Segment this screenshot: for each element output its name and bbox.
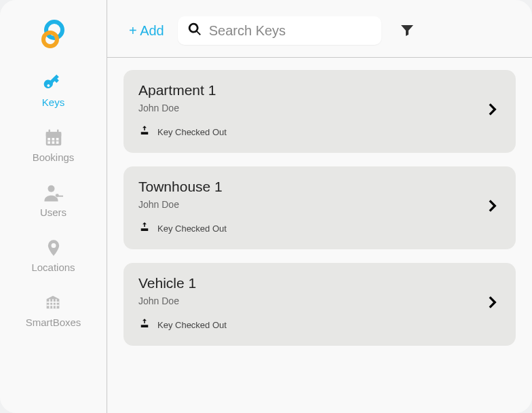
svg-point-1 — [43, 33, 57, 46]
search-box[interactable] — [178, 16, 381, 45]
sidebar-item-label: SmartBoxes — [26, 317, 81, 328]
svg-rect-10 — [52, 141, 54, 144]
key-status: Key Checked Out — [138, 124, 483, 139]
key-card-content: Townhouse 1 John Doe Key Checked Out — [138, 179, 483, 236]
key-list: Apartment 1 John Doe Key Checked Out — [107, 58, 532, 358]
key-card[interactable]: Vehicle 1 John Doe Key Checked Out — [124, 263, 516, 346]
checkout-icon — [138, 124, 151, 139]
sidebar-item-bookings[interactable]: Bookings — [33, 127, 75, 163]
key-title: Apartment 1 — [138, 82, 483, 98]
key-status-text: Key Checked Out — [157, 127, 227, 137]
key-status-text: Key Checked Out — [157, 223, 227, 234]
filter-icon — [399, 30, 415, 40]
svg-rect-5 — [57, 130, 59, 134]
svg-rect-8 — [56, 138, 58, 141]
user-key-icon — [42, 182, 64, 204]
sidebar: Keys Bookings — [0, 0, 107, 413]
app-logo — [38, 19, 69, 50]
sidebar-item-keys[interactable]: Keys — [42, 72, 64, 108]
key-title: Vehicle 1 — [138, 275, 483, 291]
sidebar-item-users[interactable]: Users — [40, 182, 66, 218]
chevron-right-icon — [483, 101, 501, 121]
sidebar-item-smartboxes[interactable]: SmartBoxes — [26, 292, 81, 328]
main-panel: + Add Apartment 1 — [107, 0, 532, 413]
svg-rect-7 — [52, 138, 54, 141]
sidebar-item-label: Bookings — [33, 151, 75, 163]
key-owner: John Doe — [138, 199, 483, 210]
key-owner: John Doe — [138, 295, 483, 306]
key-card[interactable]: Apartment 1 John Doe Key Checked Out — [124, 70, 516, 153]
grid-box-icon — [42, 292, 64, 314]
svg-point-12 — [48, 185, 55, 192]
svg-rect-14 — [58, 196, 64, 197]
sidebar-item-locations[interactable]: Locations — [31, 237, 75, 273]
svg-rect-11 — [56, 141, 58, 144]
key-card-content: Apartment 1 John Doe Key Checked Out — [138, 82, 483, 139]
svg-rect-9 — [48, 141, 50, 144]
key-status: Key Checked Out — [138, 221, 483, 236]
key-card-content: Vehicle 1 John Doe Key Checked Out — [138, 275, 483, 332]
checkout-icon — [138, 317, 151, 332]
add-button[interactable]: + Add — [124, 20, 170, 41]
location-pin-icon — [43, 237, 64, 259]
key-owner: John Doe — [138, 103, 483, 113]
svg-rect-6 — [48, 138, 50, 141]
sidebar-item-label: Locations — [31, 262, 75, 273]
chevron-right-icon — [483, 197, 501, 217]
key-status: Key Checked Out — [138, 317, 483, 332]
checkout-icon — [138, 221, 151, 236]
key-title: Townhouse 1 — [138, 179, 483, 195]
toolbar: + Add — [107, 0, 532, 58]
svg-rect-4 — [48, 130, 50, 134]
key-card[interactable]: Townhouse 1 John Doe Key Checked Out — [124, 166, 516, 249]
filter-button[interactable] — [395, 18, 419, 44]
svg-rect-3 — [45, 132, 61, 136]
sidebar-item-label: Users — [40, 206, 66, 218]
key-icon — [42, 72, 64, 94]
search-input[interactable] — [209, 23, 381, 39]
search-icon — [187, 22, 202, 39]
key-status-text: Key Checked Out — [157, 320, 227, 330]
calendar-icon — [43, 127, 64, 149]
sidebar-item-label: Keys — [42, 96, 64, 108]
app-window: Keys Bookings — [0, 0, 532, 413]
chevron-right-icon — [483, 293, 501, 314]
